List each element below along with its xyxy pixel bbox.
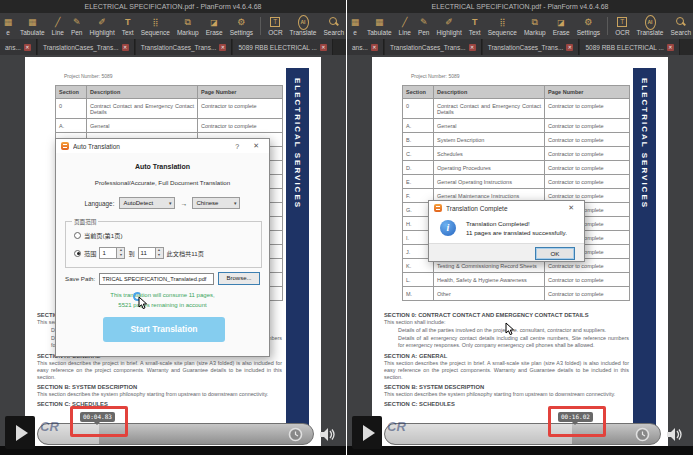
toolbar-button-erase[interactable]: Erase xyxy=(206,17,223,36)
section-paragraph: Details of all emergency contact details… xyxy=(398,335,629,349)
toolbar-button-settings[interactable]: Settings xyxy=(577,17,601,36)
document-tab[interactable]: 5089 RBB ELECTRICAL ... xyxy=(233,39,333,55)
volume-icon[interactable] xyxy=(667,428,683,441)
text-icon xyxy=(470,17,480,28)
range-to-stepper[interactable]: 11 xyxy=(138,247,164,259)
eraser-icon xyxy=(556,17,566,28)
toolbar-button-markup[interactable]: Markup xyxy=(524,17,546,36)
toolbar-button-sequence[interactable]: Sequence xyxy=(488,17,517,36)
message-line: Translation Completed! xyxy=(466,220,530,227)
toolbar-button-line[interactable]: Line xyxy=(52,17,64,36)
player-clock-icon[interactable] xyxy=(288,427,303,442)
tab-close-icon[interactable] xyxy=(667,44,674,51)
toolbar-button-translate[interactable]: Translate xyxy=(290,17,317,36)
translate-app-icon xyxy=(434,204,442,212)
toolbar-button-ocr[interactable]: OCR xyxy=(268,17,282,36)
language-label: Language: xyxy=(85,200,115,207)
document-tab[interactable]: ans... xyxy=(0,39,37,55)
toolbar-button-clipped-left[interactable]: e xyxy=(3,17,13,36)
radio-icon[interactable] xyxy=(74,232,81,239)
player-scrubber[interactable] xyxy=(384,423,661,445)
dialog-titlebar[interactable]: Translation Complete xyxy=(429,201,584,215)
document-tab[interactable]: TranslationCases_Trans... xyxy=(385,39,482,55)
sequence-icon xyxy=(497,17,507,28)
player-clock-icon[interactable] xyxy=(635,427,650,442)
volume-icon[interactable] xyxy=(320,428,336,441)
close-icon[interactable] xyxy=(248,142,264,150)
pen-icon xyxy=(72,17,82,28)
toolbar-button-settings[interactable]: Settings xyxy=(230,17,254,36)
player-bar-strip xyxy=(347,446,693,455)
page-range-radio[interactable]: 范围 1 到 11 此文档共11页 xyxy=(74,247,204,259)
language-row: Language: AutoDetect → Chinese xyxy=(56,197,269,209)
toolbar-button-tabulate[interactable]: Tabulate xyxy=(20,17,45,36)
total-pages-label: 此文档共11页 xyxy=(167,249,204,258)
info-icon xyxy=(440,220,456,236)
document-tab[interactable]: TranslationCases_Trans... xyxy=(483,39,580,55)
tab-close-icon[interactable] xyxy=(371,44,378,51)
toolbar-button-search[interactable]: Search xyxy=(670,17,691,36)
toolbar-button-sequence[interactable]: Sequence xyxy=(141,17,170,36)
range-from-stepper[interactable]: 1 xyxy=(99,247,125,259)
spin-down-icon[interactable] xyxy=(117,253,124,258)
toolbar-button-text[interactable]: Text xyxy=(122,17,134,36)
markup-icon xyxy=(183,17,193,28)
auto-translation-dialog: Auto Translation Auto Translation Profes… xyxy=(55,138,270,357)
dialog-titlebar[interactable]: Auto Translation xyxy=(56,139,269,153)
document-tab[interactable]: TranslationCases_Trans... xyxy=(136,39,233,55)
document-tab[interactable]: ans... xyxy=(347,39,384,55)
play-button[interactable] xyxy=(5,416,35,449)
table-row: M.OtherContractor to complete xyxy=(403,287,630,301)
page-range-group: 页面范围 当前页(第1页) 范围 1 到 11 xyxy=(65,221,262,268)
source-language-dropdown[interactable]: AutoDetect xyxy=(119,197,175,209)
spin-down-icon[interactable] xyxy=(156,253,163,258)
toolbar-button-ocr[interactable]: OCR xyxy=(615,17,629,36)
dialog-title: Translation Complete xyxy=(446,205,559,212)
toolbar-button-tabulate[interactable]: Tabulate xyxy=(367,17,392,36)
ai-translate-icon xyxy=(645,17,656,28)
line-icon xyxy=(53,17,63,28)
translation-complete-dialog: Translation Complete Translation Complet… xyxy=(428,200,585,262)
document-tab[interactable]: 5089 RBB ELECTRICAL ... xyxy=(580,39,680,55)
target-language-dropdown[interactable]: Chinese xyxy=(192,197,240,209)
toolbar-button-highlight[interactable]: Highlight xyxy=(436,17,461,36)
tab-close-icon[interactable] xyxy=(566,44,573,51)
toolbar-button-markup[interactable]: Markup xyxy=(177,17,199,36)
tab-close-icon[interactable] xyxy=(24,44,31,51)
ok-button[interactable]: OK xyxy=(535,247,575,260)
tab-close-icon[interactable] xyxy=(469,44,476,51)
mouse-cursor xyxy=(138,296,148,310)
section-heading: SECTION B: SYSTEM DESCRIPTION xyxy=(384,384,629,390)
toolbar-button-clipped-left[interactable]: e xyxy=(350,17,360,36)
document-tab[interactable]: TranslationCases_Trans... xyxy=(38,39,135,55)
ocr-icon xyxy=(270,17,280,28)
close-icon[interactable] xyxy=(563,204,579,212)
start-translation-button[interactable]: Start Translation xyxy=(103,317,225,342)
dialog-title: Auto Translation xyxy=(73,143,226,150)
sequence-icon xyxy=(150,17,160,28)
play-button[interactable] xyxy=(352,416,382,449)
save-path-input[interactable]: TRICAL SPECIFICATION_Translated.pdf xyxy=(99,273,214,285)
toolbar-button-pen[interactable]: Pen xyxy=(71,17,83,36)
table-row: E.General Operating InstructionsContract… xyxy=(403,175,630,189)
toolbar: e Tabulate Line Pen Highlight xyxy=(347,13,693,39)
toolbar-button-highlight[interactable]: Highlight xyxy=(89,17,114,36)
toolbar-button-line[interactable]: Line xyxy=(399,17,411,36)
toolbar-button-text[interactable]: Text xyxy=(469,17,481,36)
tab-close-icon[interactable] xyxy=(320,44,327,51)
help-icon[interactable] xyxy=(230,143,244,150)
toolbar-button-pen[interactable]: Pen xyxy=(418,17,430,36)
toolbar-button-search[interactable]: Search xyxy=(323,17,344,36)
current-page-radio[interactable]: 当前页(第1页) xyxy=(74,231,123,240)
page-range-label: 页面范围 xyxy=(72,218,98,226)
toolbar-button-translate[interactable]: Translate xyxy=(637,17,664,36)
tab-close-icon[interactable] xyxy=(122,44,129,51)
toolbar-button-erase[interactable]: Erase xyxy=(553,17,570,36)
table-row: C.SchedulesContractor to complete xyxy=(403,147,630,161)
mouse-cursor xyxy=(505,322,515,336)
document-tabbar: ans... TranslationCases_Trans... Transla… xyxy=(347,39,693,55)
browse-button[interactable]: Browse... xyxy=(218,272,260,285)
tab-close-icon[interactable] xyxy=(219,44,226,51)
radio-checked-icon[interactable] xyxy=(74,250,81,257)
line-icon xyxy=(400,17,410,28)
